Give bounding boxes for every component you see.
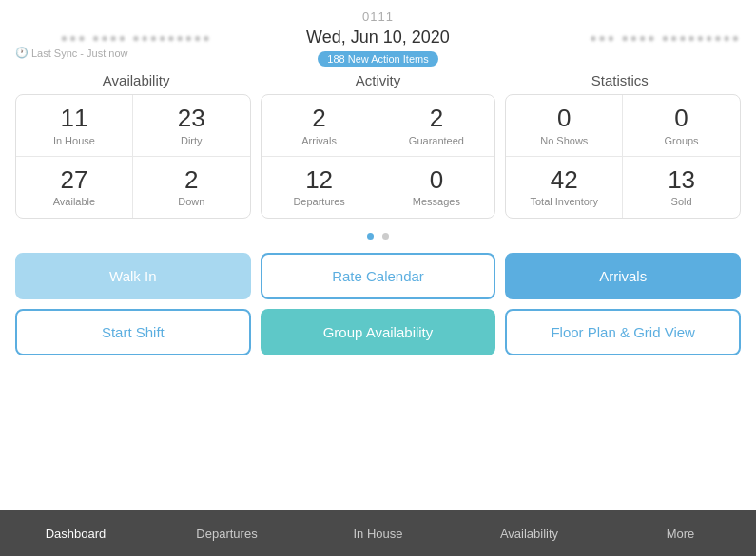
nav-item-more[interactable]: More [605,510,756,556]
stat-cell[interactable]: 0Messages [378,157,495,219]
right-account: ●●● ●●●● ●●●●●●●●● [499,28,741,45]
group-availability-button[interactable]: Group Availability [261,309,496,355]
stat-cell[interactable]: 0No Shows [506,95,623,157]
activity-group: 2Arrivals2Guaranteed12Departures0Message… [261,94,496,219]
statistics-section-label: Statistics [499,72,741,88]
stat-label: Down [141,196,242,207]
stat-number: 2 [386,105,488,132]
stat-label: No Shows [514,135,614,146]
dot-inactive [382,233,389,240]
stat-cell[interactable]: 42Total Inventory [506,157,623,219]
current-date: Wed, Jun 10, 2020 [257,28,498,48]
stat-cell[interactable]: 27Available [16,157,133,219]
stat-cell[interactable]: 2Down [133,157,250,219]
stat-number: 27 [24,166,125,194]
stat-cell[interactable]: 11In House [16,95,133,157]
stat-cell[interactable]: 2Arrivals [262,95,378,157]
availability-group: 11In House23Dirty27Available2Down [15,94,251,219]
stats-row: 11In House23Dirty27Available2Down 2Arriv… [15,94,741,219]
stat-number: 11 [24,105,125,132]
activity-section-label: Activity [257,72,498,88]
nav-item-departures[interactable]: Departures [151,510,302,556]
arrivals-button[interactable]: Arrivals [505,253,741,299]
left-account: ●●● ●●●● ●●●●●●●●● 🕐 Last Sync - Just no… [15,28,257,59]
nav-item-availability[interactable]: Availability [454,510,605,556]
stat-label: In House [24,135,125,146]
stat-label: Dirty [141,135,242,146]
walk-in-button[interactable]: Walk In [15,253,251,299]
stat-number: 0 [386,166,488,194]
stat-cell[interactable]: 23Dirty [133,95,250,157]
stat-number: 12 [269,166,370,194]
nav-item-dashboard[interactable]: Dashboard [0,510,151,556]
stat-number: 42 [514,166,614,194]
floor-plan-button[interactable]: Floor Plan & Grid View [505,309,741,355]
stat-number: 0 [514,105,614,132]
stat-cell[interactable]: 13Sold [623,157,740,219]
dot-active [367,233,374,240]
section-labels: Availability Activity Statistics [15,72,741,88]
availability-section-label: Availability [15,72,257,88]
stat-label: Total Inventory [514,196,614,207]
nav-item-in-house[interactable]: In House [302,510,454,556]
stat-number: 2 [269,105,370,132]
left-account-text: ●●● ●●●● ●●●●●●●●● [15,31,257,45]
stat-cell[interactable]: 12Departures [262,157,378,219]
stat-label: Departures [269,196,370,207]
start-shift-button[interactable]: Start Shift [15,309,251,355]
stat-cell[interactable]: 0Groups [623,95,740,157]
stat-label: Groups [630,135,732,146]
stat-number: 23 [141,105,242,132]
action-badge[interactable]: 188 New Action Items [318,51,437,67]
bottom-navigation: DashboardDeparturesIn HouseAvailabilityM… [0,510,756,556]
stat-label: Sold [630,196,732,207]
rate-calendar-button[interactable]: Rate Calendar [261,253,496,299]
action-buttons: Walk In Rate Calendar Arrivals Start Shi… [15,253,741,355]
stat-label: Arrivals [269,135,370,146]
right-account-text: ●●● ●●●● ●●●●●●●●● [499,31,741,45]
stat-label: Messages [386,196,488,207]
stat-label: Guaranteed [386,135,488,146]
sync-status: 🕐 Last Sync - Just now [15,47,257,59]
stat-number: 0 [630,105,732,132]
stat-number: 13 [630,166,732,194]
header-center: Wed, Jun 10, 2020 188 New Action Items [257,28,498,67]
statistics-group: 0No Shows0Groups42Total Inventory13Sold [505,94,741,219]
stat-cell[interactable]: 2Guaranteed [378,95,495,157]
page-dots [15,226,741,243]
property-id: 0111 [15,10,741,24]
stat-label: Available [24,196,125,207]
clock-icon: 🕐 [15,47,29,59]
stat-number: 2 [141,166,242,194]
